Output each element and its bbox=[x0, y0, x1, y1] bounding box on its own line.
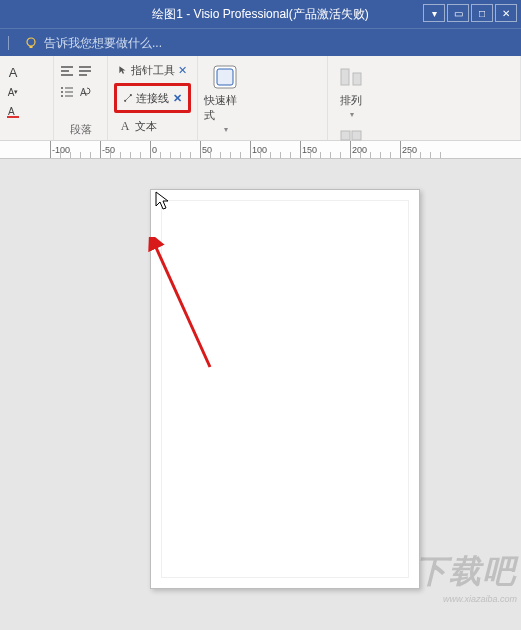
paragraph-group: A 段落 bbox=[54, 56, 108, 140]
font-group-label bbox=[6, 123, 47, 140]
quick-styles-button[interactable]: 快速样式 ▾ bbox=[204, 59, 246, 134]
svg-point-6 bbox=[61, 95, 63, 97]
svg-rect-11 bbox=[217, 69, 233, 85]
ribbon: A A▾ A A 段落 指针工具 ✕ bbox=[0, 56, 521, 141]
lightbulb-icon bbox=[24, 36, 38, 50]
tab-edge bbox=[8, 36, 18, 50]
watermark-text: 下载吧 bbox=[415, 553, 517, 589]
horizontal-ruler[interactable]: [-100,-50,0,50,100,150,200,250] -100-500… bbox=[0, 141, 521, 159]
align-button[interactable]: 排列▾ bbox=[334, 59, 368, 119]
align-label: 排列 bbox=[340, 93, 362, 108]
bullets-icon[interactable] bbox=[60, 85, 74, 99]
app-title: 绘图1 - Visio Professional(产品激活失败) bbox=[152, 6, 369, 23]
svg-rect-15 bbox=[341, 69, 349, 85]
text-icon: A bbox=[118, 119, 132, 133]
align-dropdown-icon[interactable] bbox=[78, 65, 92, 79]
ruler-tick-label: -100 bbox=[52, 145, 70, 155]
tellme-input[interactable] bbox=[44, 36, 244, 50]
maximize-button[interactable]: □ bbox=[471, 4, 493, 22]
close-button[interactable]: ✕ bbox=[495, 4, 517, 22]
ribbon-display-options-button[interactable]: ▾ bbox=[423, 4, 445, 22]
font-size-decrease-icon[interactable]: A▾ bbox=[6, 85, 20, 99]
cursor-icon bbox=[155, 191, 171, 215]
tools-group: 指针工具 ✕ 连接线 ✕ A 文本 工具 bbox=[108, 56, 198, 140]
svg-rect-17 bbox=[341, 131, 350, 140]
font-color-icon[interactable]: A bbox=[6, 105, 20, 119]
svg-point-4 bbox=[61, 87, 63, 89]
tellme-bar bbox=[0, 28, 521, 56]
pointer-tool-button[interactable]: 指针工具 ✕ bbox=[114, 59, 191, 81]
watermark: 下载吧 www.xiazaiba.com bbox=[415, 550, 517, 604]
quick-styles-label: 快速样式 bbox=[204, 93, 246, 123]
drawing-page[interactable] bbox=[150, 189, 420, 589]
text-tool-button[interactable]: A 文本 bbox=[114, 115, 191, 137]
canvas-area[interactable]: 下载吧 www.xiazaiba.com bbox=[0, 159, 521, 610]
svg-text:A: A bbox=[80, 87, 87, 98]
delete-x-icon[interactable]: ✕ bbox=[178, 63, 188, 77]
arrange-group: 排列▾ 位置▾ 置于顶层▾ 置于底层▾ 组合▾ bbox=[328, 56, 521, 140]
page-margin-guide bbox=[161, 200, 409, 578]
window-controls: ▾ ▭ □ ✕ bbox=[423, 4, 517, 22]
text-tool-label: 文本 bbox=[135, 119, 157, 134]
svg-text:A: A bbox=[8, 106, 15, 117]
svg-rect-18 bbox=[352, 131, 361, 140]
font-size-increase-icon[interactable]: A bbox=[6, 65, 20, 79]
connector-highlight-box: 连接线 ✕ bbox=[114, 83, 191, 113]
svg-point-0 bbox=[27, 38, 35, 46]
svg-rect-16 bbox=[353, 73, 361, 85]
ruler-tick-label: -50 bbox=[102, 145, 115, 155]
pointer-icon bbox=[118, 63, 128, 77]
quick-styles-icon bbox=[211, 63, 239, 91]
svg-rect-1 bbox=[30, 46, 33, 48]
align-icon bbox=[337, 63, 365, 91]
chevron-down-icon: ▾ bbox=[224, 125, 228, 134]
paragraph-group-label: 段落 bbox=[60, 120, 101, 140]
pointer-tool-label: 指针工具 bbox=[131, 63, 175, 78]
svg-point-5 bbox=[61, 91, 63, 93]
shape-styles-group: 快速样式 ▾ 填充▾ 线条▾ 效果▾ 形状样式 bbox=[198, 56, 328, 140]
connector-tool-label: 连接线 bbox=[136, 91, 169, 106]
title-bar: 绘图1 - Visio Professional(产品激活失败) ▾ ▭ □ ✕ bbox=[0, 0, 521, 28]
rotate-text-icon[interactable]: A bbox=[78, 85, 92, 99]
connector-icon bbox=[123, 91, 133, 105]
font-group: A A▾ A bbox=[0, 56, 54, 140]
close-x-icon[interactable]: ✕ bbox=[172, 91, 182, 105]
svg-rect-3 bbox=[7, 116, 19, 118]
connector-tool-button[interactable]: 连接线 ✕ bbox=[119, 87, 186, 109]
watermark-url: www.xiazaiba.com bbox=[415, 594, 517, 604]
align-left-icon[interactable] bbox=[60, 65, 74, 79]
minimize-button[interactable]: ▭ bbox=[447, 4, 469, 22]
ruler-tick-label: 0 bbox=[152, 145, 157, 155]
